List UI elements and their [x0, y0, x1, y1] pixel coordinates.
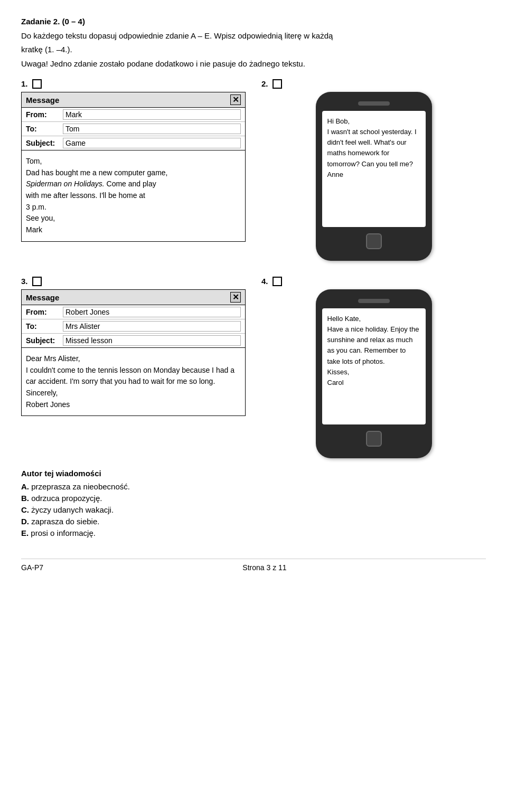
item-3-wrapper: 3. Message ✕ From: Robert Jones To: Mrs … [21, 277, 246, 458]
answer-a-letter: A. [21, 482, 29, 491]
answer-a: A. przeprasza za nieobecność. [21, 482, 486, 491]
answer-a-text: przeprasza za nieobecność. [29, 482, 130, 491]
item-3-message-header: Message ✕ [22, 290, 245, 305]
item-3-from-value: Robert Jones [63, 307, 241, 317]
item-2-phone-screen: Hi Bob, I wasn't at school yesterday. I … [322, 111, 426, 227]
answer-e: E. prosi o informację. [21, 528, 486, 537]
item-4-number: 4. [261, 277, 268, 286]
item-1-body-line3: Come and play [105, 180, 156, 188]
item-1-subject-value: Game [63, 138, 241, 148]
item-2-number-row: 2. [261, 79, 486, 89]
item-3-to-value: Mrs Alister [63, 321, 241, 332]
answers-list: A. przeprasza za nieobecność. B. odrzuca… [21, 482, 486, 537]
item-3-subject-value: Missed lesson [63, 335, 241, 346]
item-1-body-line1: Tom, [26, 157, 42, 165]
items-grid-top: 1. Message ✕ From: Mark To: Tom Subject: [21, 79, 486, 261]
item-4-phone: Hello Kate, Have a nice holiday. Enjoy t… [316, 289, 432, 458]
item-3-message-fields: From: Robert Jones To: Mrs Alister Subje… [22, 305, 245, 348]
item-3-body-line2: I couldn't come to the tennis lesson on … [26, 366, 234, 386]
item-1-body-italic: Spiderman on Holidays. [26, 180, 105, 188]
item-1-checkbox[interactable] [32, 79, 42, 89]
answers-title: Autor tej wiadomości [21, 469, 486, 478]
item-1-message-fields: From: Mark To: Tom Subject: Game [22, 108, 245, 150]
task-title-line1: Zadanie 2. (0 – 4) [21, 16, 486, 28]
item-3-from-label: From: [26, 308, 63, 316]
item-1-to-row: To: Tom [22, 122, 245, 136]
item-2-screen-line1: Hi Bob, [327, 117, 350, 125]
item-3-message-body: Dear Mrs Alister, I couldn't come to the… [22, 348, 245, 416]
item-4-screen-line3: Kisses, [327, 368, 350, 376]
item-4-phone-home-btn [366, 431, 382, 447]
footer-left: GA-P7 [21, 563, 43, 572]
answer-b-letter: B. [21, 494, 29, 503]
answer-c: C. życzy udanych wakacji. [21, 505, 486, 514]
item-2-number: 2. [261, 79, 268, 88]
item-4-phone-speaker [358, 299, 390, 303]
answer-b: B. odrzuca propozycję. [21, 494, 486, 503]
task-title-line2: Do każdego tekstu dopasuj odpowiednie zd… [21, 30, 486, 42]
page-footer: GA-P7 Strona 3 z 11 [21, 559, 486, 572]
item-2-phone: Hi Bob, I wasn't at school yesterday. I … [316, 92, 432, 261]
item-4-phone-screen: Hello Kate, Have a nice holiday. Enjoy t… [322, 308, 426, 424]
answer-d: D. zaprasza do siebie. [21, 517, 486, 526]
item-1-from-value: Mark [63, 109, 241, 120]
item-4-number-row: 4. [261, 277, 486, 286]
item-1-to-label: To: [26, 125, 63, 133]
item-1-to-value: Tom [63, 124, 241, 134]
item-1-from-row: From: Mark [22, 108, 245, 122]
item-3-to-row: To: Mrs Alister [22, 319, 245, 334]
answer-e-text: prosi o informację. [29, 528, 96, 537]
item-4-screen-line4: Carol [327, 379, 344, 386]
item-3-from-row: From: Robert Jones [22, 305, 245, 319]
footer-center: Strona 3 z 11 [242, 563, 286, 572]
item-1-body-line4: with me after lessons. I'll be home at [26, 191, 145, 200]
answer-b-text: odrzuca propozycję. [29, 494, 102, 503]
item-1-message-body: Tom, Dad has bought me a new computer ga… [22, 150, 245, 241]
item-1-subject-row: Subject: Game [22, 136, 245, 150]
item-1-from-label: From: [26, 110, 63, 119]
item-1-body-line7: Mark [26, 225, 42, 234]
task-note: Uwaga! Jedno zdanie zostało podane dodat… [21, 58, 486, 70]
item-1-number-row: 1. [21, 79, 246, 89]
item-1-body-line6: See you, [26, 214, 55, 222]
item-1-close-icon[interactable]: ✕ [230, 95, 241, 105]
item-4-screen-line1: Hello Kate, [327, 315, 361, 323]
item-1-message-box: Message ✕ From: Mark To: Tom Subject: Ga… [21, 92, 246, 242]
item-3-message-box: Message ✕ From: Robert Jones To: Mrs Ali… [21, 289, 246, 416]
item-3-subject-row: Subject: Missed lesson [22, 334, 245, 347]
item-3-body-line4: Robert Jones [26, 400, 70, 409]
item-1-number: 1. [21, 79, 28, 88]
item-1-wrapper: 1. Message ✕ From: Mark To: Tom Subject: [21, 79, 246, 261]
item-3-body-line1: Dear Mrs Alister, [26, 354, 80, 363]
answers-section: Autor tej wiadomości A. przeprasza za ni… [21, 469, 486, 537]
item-1-message-header: Message ✕ [22, 92, 245, 108]
item-2-phone-home-btn [366, 233, 382, 249]
item-4-checkbox[interactable] [273, 277, 282, 286]
item-1-subject-label: Subject: [26, 139, 63, 147]
item-3-close-icon[interactable]: ✕ [230, 292, 241, 303]
item-2-screen-line2: I wasn't at school yesterday. I didn't f… [327, 128, 417, 167]
answer-e-letter: E. [21, 528, 29, 537]
item-2-phone-speaker [358, 101, 390, 106]
item-3-subject-label: Subject: [26, 336, 63, 345]
item-2-wrapper: 2. Hi Bob, I wasn't at school yesterday.… [261, 79, 486, 261]
item-1-message-title: Message [26, 96, 59, 105]
task-title-line3: kratkę (1. –4.). [21, 44, 486, 56]
item-3-message-title: Message [26, 293, 59, 302]
answer-d-text: zaprasza do siebie. [29, 517, 99, 526]
item-2-checkbox[interactable] [273, 79, 282, 89]
item-3-number-row: 3. [21, 277, 246, 286]
item-3-checkbox[interactable] [32, 277, 42, 286]
item-3-body-line3: Sincerely, [26, 389, 58, 397]
item-2-phone-wrapper: Hi Bob, I wasn't at school yesterday. I … [261, 92, 486, 261]
item-3-number: 3. [21, 277, 28, 286]
item-4-wrapper: 4. Hello Kate, Have a nice holiday. Enjo… [261, 277, 486, 458]
item-4-screen-line2: Have a nice holiday. Enjoy the sunshine … [327, 325, 419, 365]
item-4-phone-wrapper: Hello Kate, Have a nice holiday. Enjoy t… [261, 289, 486, 458]
item-2-screen-line3: Anne [327, 171, 343, 178]
item-1-body-line2: Dad has bought me a new computer game, [26, 168, 168, 177]
items-grid-bottom: 3. Message ✕ From: Robert Jones To: Mrs … [21, 277, 486, 458]
answer-c-text: życzy udanych wakacji. [29, 505, 114, 514]
answer-c-letter: C. [21, 505, 29, 514]
item-1-body-line5: 3 p.m. [26, 203, 46, 211]
